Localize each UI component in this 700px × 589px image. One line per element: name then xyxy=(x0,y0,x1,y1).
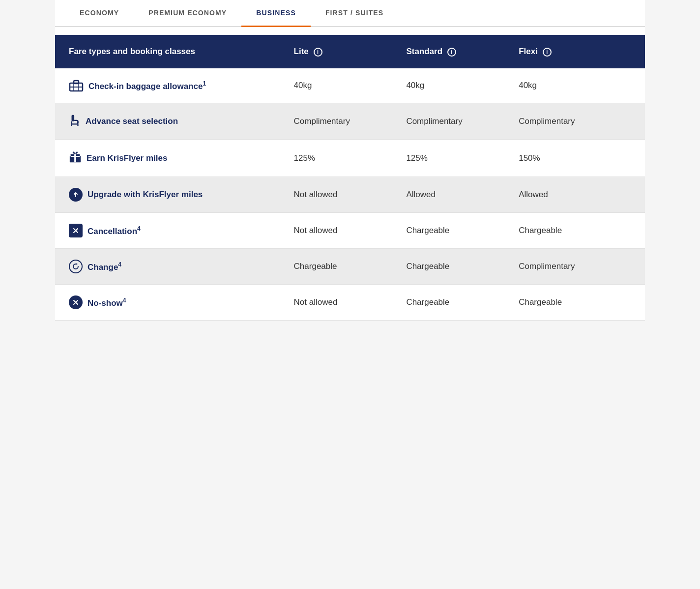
row-label-text: Advance seat selection xyxy=(86,117,178,126)
row-value-flexi: Complimentary xyxy=(519,117,631,126)
row-value-standard: Allowed xyxy=(406,190,519,200)
tab-bar: ECONOMY PREMIUM ECONOMY BUSINESS FIRST /… xyxy=(55,0,645,27)
row-value-lite: 40kg xyxy=(294,81,407,90)
header-col4: Flexi i xyxy=(519,47,631,57)
tab-premium-economy[interactable]: PREMIUM ECONOMY xyxy=(134,0,241,27)
seat-icon xyxy=(69,114,81,128)
lite-info-icon[interactable]: i xyxy=(314,48,322,57)
row-value-flexi: Chargeable xyxy=(519,297,631,307)
table-row: Earn KrisFlyer miles 125% 125% 150% xyxy=(55,140,645,177)
row-value-lite: Not allowed xyxy=(294,190,407,200)
row-value-flexi: Chargeable xyxy=(519,226,631,236)
header-col1: Fare types and booking classes xyxy=(69,47,294,57)
row-label-baggage: Check-in baggage allowance1 xyxy=(69,79,294,92)
table-header: Fare types and booking classes Lite i St… xyxy=(55,35,645,68)
svg-rect-10 xyxy=(71,156,80,157)
header-col3: Standard i xyxy=(406,47,519,57)
row-value-flexi: Complimentary xyxy=(519,262,631,271)
row-label-miles: Earn KrisFlyer miles xyxy=(69,150,294,166)
row-value-standard: Chargeable xyxy=(406,226,519,236)
tab-first-suites[interactable]: FIRST / SUITES xyxy=(311,0,398,27)
row-value-standard: 40kg xyxy=(406,81,519,90)
row-label-seat: Advance seat selection xyxy=(69,114,294,128)
row-label-text: Change4 xyxy=(88,261,121,272)
row-label-cancellation: Cancellation4 xyxy=(69,224,294,237)
standard-info-icon[interactable]: i xyxy=(447,48,456,57)
row-value-flexi: Allowed xyxy=(519,190,631,200)
row-value-standard: 125% xyxy=(406,153,519,163)
upgrade-icon xyxy=(69,188,83,202)
noshow-icon xyxy=(69,295,83,309)
svg-rect-9 xyxy=(74,154,76,162)
row-label-text: No-show4 xyxy=(88,297,126,308)
row-label-text: Cancellation4 xyxy=(88,225,141,236)
row-value-standard: Complimentary xyxy=(406,117,519,126)
row-label-change: Change4 xyxy=(69,260,294,273)
change-icon xyxy=(69,260,83,273)
row-value-lite: 125% xyxy=(294,153,407,163)
tab-business[interactable]: BUSINESS xyxy=(241,0,311,27)
table-row: Cancellation4 Not allowed Chargeable Cha… xyxy=(55,213,645,249)
row-value-standard: Chargeable xyxy=(406,262,519,271)
table-row: Upgrade with KrisFlyer miles Not allowed… xyxy=(55,177,645,213)
row-value-lite: Chargeable xyxy=(294,262,407,271)
cancel-icon xyxy=(69,224,83,237)
tab-economy[interactable]: ECONOMY xyxy=(65,0,134,27)
table-row: Change4 Chargeable Chargeable Compliment… xyxy=(55,249,645,285)
row-value-standard: Chargeable xyxy=(406,297,519,307)
row-value-lite: Not allowed xyxy=(294,226,407,236)
row-label-text: Upgrade with KrisFlyer miles xyxy=(88,190,203,200)
flexi-info-icon[interactable]: i xyxy=(543,48,552,57)
row-value-lite: Not allowed xyxy=(294,297,407,307)
row-label-text: Check-in baggage allowance1 xyxy=(88,80,206,91)
header-col2: Lite i xyxy=(294,47,407,57)
row-label-noshow: No-show4 xyxy=(69,295,294,309)
svg-rect-1 xyxy=(74,81,79,84)
gift-icon xyxy=(69,150,82,166)
table-row: Advance seat selection Complimentary Com… xyxy=(55,103,645,140)
row-value-flexi: 40kg xyxy=(519,81,631,90)
row-label-upgrade: Upgrade with KrisFlyer miles xyxy=(69,188,294,202)
row-label-text: Earn KrisFlyer miles xyxy=(87,153,167,163)
table-row: Check-in baggage allowance1 40kg 40kg 40… xyxy=(55,68,645,103)
row-value-lite: Complimentary xyxy=(294,117,407,126)
main-container: ECONOMY PREMIUM ECONOMY BUSINESS FIRST /… xyxy=(55,0,645,321)
table-row: No-show4 Not allowed Chargeable Chargeab… xyxy=(55,285,645,321)
baggage-icon xyxy=(69,79,84,92)
row-value-flexi: 150% xyxy=(519,153,631,163)
